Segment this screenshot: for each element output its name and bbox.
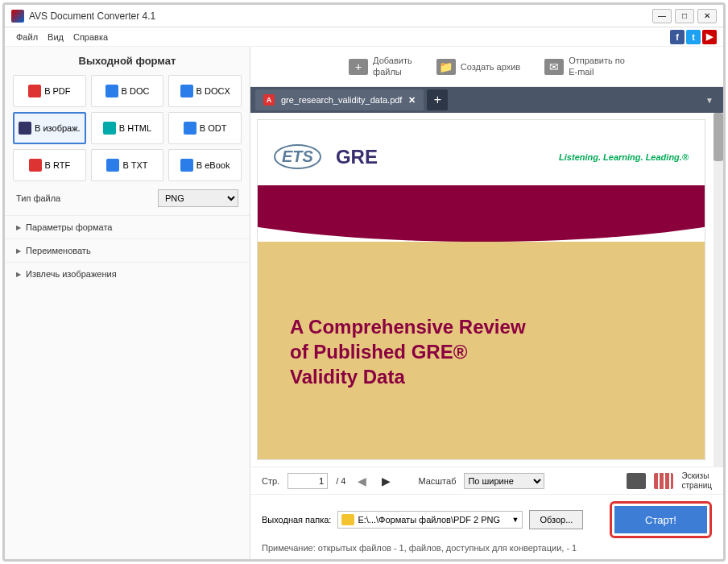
zoom-select[interactable]: По ширине (464, 473, 544, 489)
pdf-icon: A (263, 94, 275, 106)
print-icon[interactable] (627, 473, 646, 489)
tab-menu-button[interactable]: ▼ (701, 96, 718, 105)
minimize-button[interactable]: — (652, 9, 672, 23)
archive-icon: 📁 (436, 59, 456, 75)
toolbar: + Добавитьфайлы 📁 Создать архив ✉ Отправ… (250, 47, 723, 87)
sidebar: Выходной формат В PDF В DOC В DOCX В изо… (5, 47, 250, 559)
browse-button[interactable]: Обзор... (529, 510, 583, 529)
document-tab[interactable]: A gre_research_validity_data.pdf ✕ (255, 89, 424, 110)
format-docx[interactable]: В DOCX (168, 75, 242, 107)
panel-extract-images[interactable]: ▶Извлечь изображения (5, 262, 250, 285)
chevron-right-icon: ▶ (16, 271, 21, 278)
gre-logo: GRE (336, 146, 378, 168)
youtube-icon[interactable]: ▶ (702, 30, 717, 44)
format-doc[interactable]: В DOC (91, 75, 164, 107)
footer: Выходная папка: E:\...\Форматы файлов\PD… (250, 494, 723, 559)
scrollbar-thumb[interactable] (714, 113, 723, 161)
twitter-icon[interactable]: t (686, 30, 701, 44)
add-tab-button[interactable]: + (427, 89, 448, 110)
filetype-select[interactable]: PNG (158, 189, 238, 207)
email-icon: ✉ (544, 59, 564, 75)
start-button[interactable]: Старт! (614, 506, 707, 533)
page-input[interactable] (287, 473, 328, 489)
maximize-button[interactable]: □ (675, 9, 694, 23)
ets-logo: ETS (274, 144, 321, 169)
doc-title-line: A Comprehensive Review (290, 314, 672, 339)
window-title: AVS Document Converter 4.1 (29, 10, 652, 22)
format-txt[interactable]: В TXT (91, 149, 164, 181)
format-pdf[interactable]: В PDF (13, 75, 86, 107)
panel-format-params[interactable]: ▶Параметры формата (5, 215, 250, 238)
send-email-button[interactable]: ✉ Отправить поE-mail (544, 56, 625, 77)
pager: Стр. / 4 ◀ ▶ Масштаб По ширине Эскизыстр… (250, 467, 723, 494)
doc-title-line: of Published GRE® (290, 339, 672, 364)
prev-page-button[interactable]: ◀ (354, 473, 370, 489)
document-preview: ETS GRE Listening. Learning. Leading.® A… (257, 119, 705, 460)
add-files-button[interactable]: + Добавитьфайлы (349, 56, 412, 77)
plus-icon: + (349, 59, 368, 75)
filetype-label: Тип файла (16, 193, 150, 203)
format-html[interactable]: В HTML (91, 112, 164, 144)
output-folder-input[interactable]: E:\...\Форматы файлов\PDF 2 PNG ▼ (337, 511, 523, 529)
output-folder-label: Выходная папка: (262, 515, 331, 525)
sidebar-title: Выходной формат (5, 47, 250, 75)
menu-help[interactable]: Справка (68, 31, 113, 44)
chevron-down-icon: ▼ (511, 516, 519, 524)
tabbar: A gre_research_validity_data.pdf ✕ + ▼ (250, 87, 723, 113)
folder-icon (341, 514, 354, 525)
titlebar: AVS Document Converter 4.1 — □ ✕ (5, 5, 723, 27)
zoom-label: Масштаб (418, 476, 456, 486)
close-button[interactable]: ✕ (697, 9, 717, 23)
next-page-button[interactable]: ▶ (378, 473, 394, 489)
scrollbar[interactable] (714, 113, 723, 467)
create-archive-button[interactable]: 📁 Создать архив (436, 59, 520, 75)
panel-rename[interactable]: ▶Переименовать (5, 238, 250, 262)
page-label: Стр. (262, 476, 279, 486)
format-odt[interactable]: В ODT (168, 112, 242, 144)
menu-view[interactable]: Вид (43, 31, 68, 44)
chevron-right-icon: ▶ (16, 247, 21, 255)
page-total: / 4 (336, 476, 345, 486)
format-ebook[interactable]: В eBook (168, 149, 242, 181)
format-rtf[interactable]: В RTF (13, 149, 86, 181)
thumbnails-icon[interactable] (654, 473, 673, 489)
tab-label: gre_research_validity_data.pdf (281, 95, 402, 105)
format-image[interactable]: В изображ. (13, 112, 86, 144)
facebook-icon[interactable]: f (670, 30, 685, 44)
menu-file[interactable]: Файл (11, 31, 43, 44)
menubar: Файл Вид Справка f t ▶ (5, 27, 723, 47)
tagline-text: Listening. Learning. Leading.® (559, 152, 689, 162)
tab-close-button[interactable]: ✕ (408, 95, 416, 106)
app-icon (11, 10, 24, 23)
doc-title-line: Validity Data (290, 364, 672, 389)
status-note: Примечание: открытых файлов - 1, файлов,… (262, 543, 712, 553)
chevron-right-icon: ▶ (16, 224, 21, 231)
